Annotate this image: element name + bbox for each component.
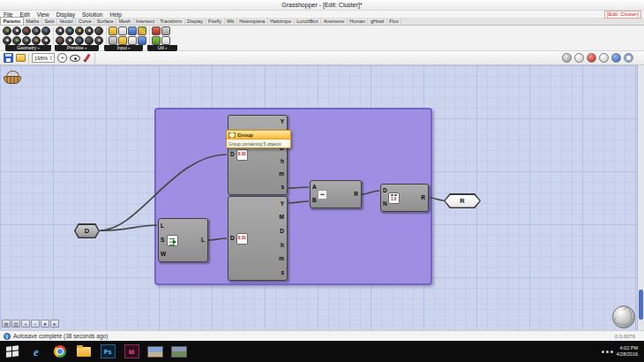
widget-zoom-out-icon[interactable]: − xyxy=(31,320,40,328)
shift-list-component[interactable]: L S W L xyxy=(158,218,208,262)
save-file-icon[interactable] xyxy=(4,53,13,63)
wire[interactable] xyxy=(288,201,309,203)
output-port[interactable]: h xyxy=(281,243,284,249)
tab-display[interactable]: Display xyxy=(185,18,206,25)
param-icon[interactable] xyxy=(12,36,21,45)
input-port[interactable]: D xyxy=(230,236,235,242)
open-file-icon[interactable] xyxy=(16,54,26,62)
tab-vector[interactable]: Vector xyxy=(57,18,77,25)
tab-halotrope[interactable]: Halotrope xyxy=(268,18,295,25)
param-icon[interactable] xyxy=(22,36,31,45)
vertical-scrollbar[interactable] xyxy=(637,65,644,330)
input-component-icon[interactable] xyxy=(138,36,146,45)
tab-anemone[interactable]: Anemone xyxy=(321,18,348,25)
start-button[interactable] xyxy=(3,343,22,360)
group-label-geometry[interactable]: Geometry ▾ xyxy=(5,45,51,51)
param-icon[interactable] xyxy=(3,36,11,45)
param-icon[interactable] xyxy=(22,26,31,35)
widget-zoom-in-icon[interactable]: + xyxy=(21,320,30,328)
tab-sets[interactable]: Sets xyxy=(42,18,57,25)
param-icon[interactable] xyxy=(94,36,103,45)
deconstruct-date-component-top[interactable]: D 8:30 Y M D h m s xyxy=(228,115,288,195)
util-component-icon[interactable] xyxy=(161,36,170,45)
tab-surface[interactable]: Surface xyxy=(94,18,116,25)
tab-curve[interactable]: Curve xyxy=(76,18,94,25)
wire[interactable] xyxy=(288,187,309,188)
internet-explorer-icon[interactable]: e xyxy=(26,343,46,360)
util-component-icon[interactable] xyxy=(152,26,161,35)
grasshopper-canvas[interactable]: D D 8:30 Y M D h m s D 8:30 Y xyxy=(0,65,644,330)
sketch-marker-icon[interactable] xyxy=(83,53,92,63)
param-icon[interactable] xyxy=(32,36,41,45)
param-icon[interactable] xyxy=(94,26,103,35)
group-label-primitive[interactable]: Primitive ▾ xyxy=(55,45,99,51)
tab-intersect[interactable]: Intersect xyxy=(134,18,158,25)
tab-flux[interactable]: Flux xyxy=(387,18,401,25)
wire[interactable] xyxy=(208,238,227,240)
widget-play-icon[interactable]: ▸ xyxy=(50,320,59,328)
scrollbar-thumb[interactable] xyxy=(639,290,643,320)
zoom-extents-icon[interactable]: + xyxy=(57,53,67,63)
preview-wireframe-icon[interactable] xyxy=(562,53,572,63)
param-icon[interactable] xyxy=(12,26,21,35)
param-icon[interactable] xyxy=(41,36,50,45)
zoom-level-control[interactable]: 195% ▲▼ xyxy=(32,53,55,63)
tab-params[interactable]: Params xyxy=(0,17,24,25)
preview-settings-icon[interactable] xyxy=(624,53,633,63)
preview-off-icon[interactable] xyxy=(587,53,596,63)
param-icon[interactable] xyxy=(41,26,50,35)
output-port[interactable]: s xyxy=(281,270,284,276)
input-port[interactable]: D xyxy=(230,152,235,158)
input-component-icon[interactable] xyxy=(128,26,137,35)
tab-firefly[interactable]: Firefly xyxy=(206,18,225,25)
param-icon[interactable] xyxy=(75,26,84,35)
basket-widget-icon[interactable] xyxy=(4,71,21,85)
menu-view[interactable]: View xyxy=(34,11,53,18)
input-component-icon[interactable] xyxy=(118,26,127,35)
input-component-icon[interactable] xyxy=(128,36,137,45)
menu-display[interactable]: Display xyxy=(53,11,79,18)
preview-shaded-icon[interactable] xyxy=(574,53,584,63)
tab-wb[interactable]: Wb xyxy=(225,18,237,25)
preview-eye-icon[interactable] xyxy=(70,55,80,62)
system-tray[interactable]: 4:02 PM 4/28/2016 xyxy=(602,345,641,358)
param-icon[interactable] xyxy=(85,36,94,45)
output-port[interactable]: m xyxy=(279,171,284,177)
param-icon[interactable] xyxy=(32,26,41,35)
param-icon[interactable] xyxy=(3,26,11,35)
wire[interactable] xyxy=(430,198,444,200)
widget-layout-icon[interactable]: ▤ xyxy=(2,320,11,328)
taskbar-clock[interactable]: 4:02 PM 4/28/2016 xyxy=(617,345,638,358)
output-port[interactable]: s xyxy=(281,185,284,191)
output-port[interactable]: m xyxy=(279,256,284,262)
wire[interactable] xyxy=(362,191,379,194)
tab-heteroptera[interactable]: Heteroptera xyxy=(237,18,268,25)
util-component-icon[interactable] xyxy=(152,36,161,45)
output-port[interactable]: D xyxy=(280,229,284,235)
tab-lunchbox[interactable]: LunchBox xyxy=(295,18,321,25)
input-component-icon[interactable] xyxy=(138,26,146,35)
preview-custom-icon[interactable] xyxy=(599,53,609,63)
output-port[interactable]: M xyxy=(280,215,284,221)
param-icon[interactable] xyxy=(65,36,74,45)
output-port[interactable]: Y xyxy=(281,119,284,125)
cluster-input-param-d[interactable]: D xyxy=(74,223,100,238)
input-component-icon[interactable] xyxy=(109,36,117,45)
chrome-icon[interactable] xyxy=(50,343,70,360)
image-thumbnail-1[interactable] xyxy=(146,343,165,360)
util-component-icon[interactable] xyxy=(161,26,170,35)
file-explorer-icon[interactable] xyxy=(74,343,94,360)
time-interval-component[interactable]: D N 1.0 R xyxy=(380,184,429,212)
preview-selected-icon[interactable] xyxy=(611,53,621,63)
tab-human[interactable]: Human xyxy=(348,18,369,25)
indesign-icon[interactable]: Id xyxy=(122,343,141,360)
edit-cluster-badge[interactable]: [Edit: Cluster] xyxy=(604,11,641,19)
tab-ghowl[interactable]: gHowl xyxy=(368,18,386,25)
output-port[interactable]: R xyxy=(421,195,425,201)
param-icon[interactable] xyxy=(56,36,64,45)
input-component-icon[interactable] xyxy=(118,36,127,45)
tab-transform[interactable]: Transform xyxy=(158,18,185,25)
deconstruct-date-component-bottom[interactable]: D 8:30 Y M D h m s xyxy=(228,196,288,281)
cluster-output-param-r[interactable]: R xyxy=(444,193,481,208)
output-port[interactable]: L xyxy=(201,238,205,244)
